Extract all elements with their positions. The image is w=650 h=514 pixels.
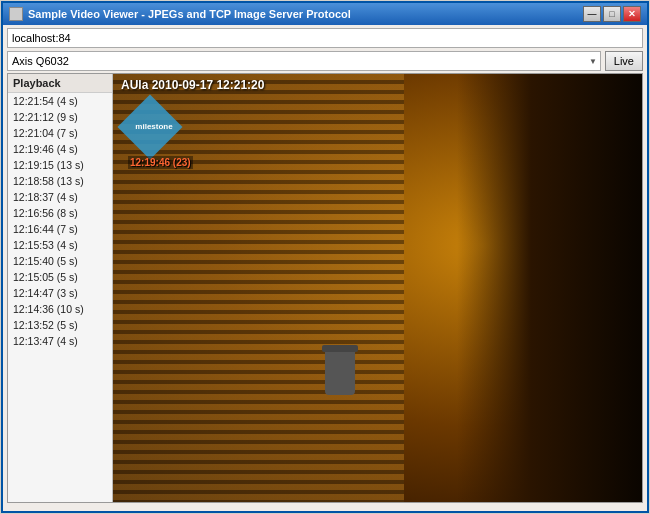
milestone-logo: milestone [125, 102, 175, 152]
dark-figure [457, 74, 642, 502]
address-bar[interactable]: localhost:84 [7, 28, 643, 48]
window-title: Sample Video Viewer - JPEGs and TCP Imag… [28, 8, 583, 20]
playback-item[interactable]: 12:21:54 (4 s) [8, 93, 112, 109]
window-icon [9, 7, 23, 21]
playback-item[interactable]: 12:18:37 (4 s) [8, 189, 112, 205]
minimize-button[interactable]: — [583, 6, 601, 22]
main-area: Playback 12:21:54 (4 s)12:21:12 (9 s)12:… [7, 73, 643, 503]
playback-item[interactable]: 12:16:56 (8 s) [8, 205, 112, 221]
trash-can [325, 350, 355, 395]
title-buttons: — □ ✕ [583, 6, 641, 22]
playback-item[interactable]: 12:15:05 (5 s) [8, 269, 112, 285]
playback-item[interactable]: 12:13:47 (4 s) [8, 333, 112, 349]
maximize-button[interactable]: □ [603, 6, 621, 22]
playback-item[interactable]: 12:19:46 (4 s) [8, 141, 112, 157]
live-button[interactable]: Live [605, 51, 643, 71]
playback-item[interactable]: 12:16:44 (7 s) [8, 221, 112, 237]
camera-select[interactable]: Axis Q6032 [7, 51, 601, 71]
playback-item[interactable]: 12:21:04 (7 s) [8, 125, 112, 141]
video-second-timestamp: 12:19:46 (23) [128, 156, 193, 169]
playback-item[interactable]: 12:15:40 (5 s) [8, 253, 112, 269]
camera-select-row: Axis Q6032 Live [7, 51, 643, 71]
address-text: localhost:84 [12, 32, 71, 44]
camera-select-wrapper[interactable]: Axis Q6032 [7, 51, 601, 71]
playback-item[interactable]: 12:13:52 (5 s) [8, 317, 112, 333]
playback-header: Playback [8, 74, 112, 93]
playback-item[interactable]: 12:18:58 (13 s) [8, 173, 112, 189]
title-bar: Sample Video Viewer - JPEGs and TCP Imag… [3, 3, 647, 25]
close-button[interactable]: ✕ [623, 6, 641, 22]
video-area: milestone AUla 2010-09-17 12:21:20 12:19… [113, 74, 642, 502]
playback-item[interactable]: 12:14:36 (10 s) [8, 301, 112, 317]
playback-item[interactable]: 12:19:15 (13 s) [8, 157, 112, 173]
playback-item[interactable]: 12:21:12 (9 s) [8, 109, 112, 125]
main-window: Sample Video Viewer - JPEGs and TCP Imag… [1, 1, 649, 513]
playback-panel: Playback 12:21:54 (4 s)12:21:12 (9 s)12:… [8, 74, 113, 502]
playback-item[interactable]: 12:15:53 (4 s) [8, 237, 112, 253]
milestone-text: milestone [129, 122, 179, 131]
playback-list: 12:21:54 (4 s)12:21:12 (9 s)12:21:04 (7 … [8, 93, 112, 349]
playback-item[interactable]: 12:14:47 (3 s) [8, 285, 112, 301]
video-timestamp: AUla 2010-09-17 12:21:20 [121, 78, 264, 92]
